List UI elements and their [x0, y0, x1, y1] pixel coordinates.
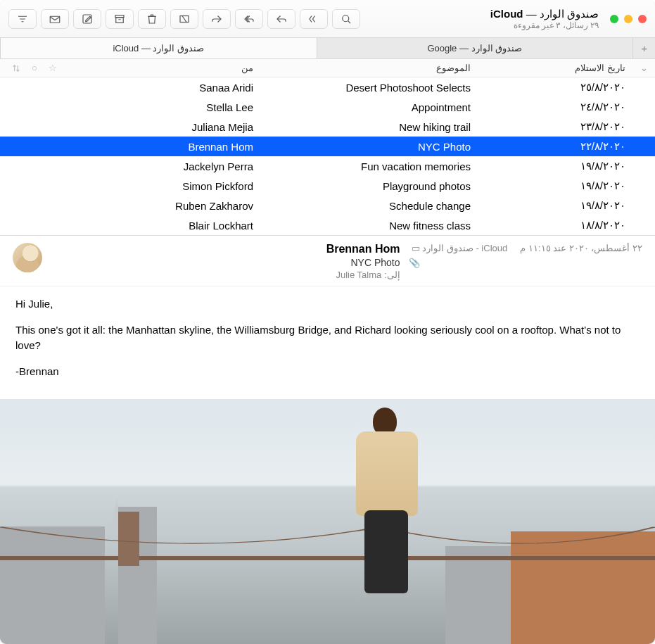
window-subtitle: ٢٩ رسائل، ٣ غير مقروءة [490, 20, 599, 30]
attachment-icon[interactable]: 📎 [409, 258, 420, 268]
column-headers: ○ ☆ من الموضوع تاريخ الاستلام ⌄ [0, 59, 655, 77]
chevron-down-icon[interactable]: ⌄ [631, 63, 648, 73]
table-row[interactable]: Simon PickfordPlayground photos١٩/٨/٢٠٢٠ [0, 176, 655, 196]
toolbar [8, 9, 490, 29]
row-from: Stella Lee [62, 101, 259, 113]
table-row[interactable]: Sanaa AridiDesert Photoshoot Selects٢٥/٨… [0, 77, 655, 97]
message-body: Hi Julie, This one's got it all: the Man… [0, 286, 655, 399]
row-date: ٢٣/٨/٢٠٢٠ [476, 120, 631, 133]
titlebar: صندوق الوارد — iCloud ٢٩ رسائل، ٣ غير مق… [0, 0, 655, 38]
window-controls [610, 15, 647, 23]
message-subject: NYC Photo [51, 257, 400, 268]
row-date: ١٩/٨/٢٠٢٠ [476, 160, 631, 172]
body-line: This one's got it all: the Manhattan sky… [15, 322, 640, 354]
attachment-image[interactable] [0, 399, 655, 644]
compose-icon[interactable] [73, 9, 101, 29]
minimize-window-button[interactable] [624, 15, 632, 23]
row-from: Ruben Zakharov [62, 200, 259, 212]
recipient-name[interactable]: Julie Talma [336, 270, 382, 280]
tab-icloud[interactable]: صندوق الوارد — iCloud [0, 38, 317, 58]
row-subject: NYC Photo [259, 141, 476, 153]
row-date: ٢٥/٨/٢٠٢٠ [476, 81, 631, 94]
forward-icon[interactable] [203, 9, 231, 29]
archive-icon[interactable] [106, 9, 134, 29]
body-line: -Brennan [15, 364, 640, 380]
row-subject: Desert Photoshoot Selects [259, 82, 476, 94]
new-message-icon[interactable] [41, 9, 69, 29]
trash-icon[interactable] [138, 9, 166, 29]
row-from: Juliana Mejia [62, 121, 259, 133]
mailbox-name: صندوق الوارد - iCloud [422, 243, 507, 253]
row-subject: New fitness class [259, 220, 476, 232]
svg-line-9 [182, 15, 186, 22]
row-from: Blair Lockhart [62, 220, 259, 232]
row-from: Sanaa Aridi [62, 82, 259, 94]
sort-icon[interactable] [7, 63, 25, 73]
column-subject[interactable]: الموضوع [259, 63, 476, 73]
avatar[interactable] [13, 243, 42, 272]
row-date: ١٩/٨/٢٠٢٠ [476, 199, 631, 212]
reply-all-icon[interactable] [235, 9, 263, 29]
search-icon[interactable] [332, 9, 360, 29]
row-date: ١٩/٨/٢٠٢٠ [476, 179, 631, 192]
title-prefix: صندوق الوارد [540, 8, 599, 20]
row-subject: Fun vacation memories [259, 160, 476, 172]
row-subject: Appointment [259, 101, 476, 113]
svg-rect-6 [116, 17, 124, 23]
row-date: ١٨/٨/٢٠٢٠ [476, 219, 631, 232]
row-subject: Schedule change [259, 200, 476, 212]
table-row[interactable]: Blair LockhartNew fitness class١٨/٨/٢٠٢٠ [0, 215, 655, 235]
reply-icon[interactable] [267, 9, 295, 29]
flag-header-icon[interactable]: ☆ [44, 63, 62, 73]
row-subject: Playground photos [259, 180, 476, 192]
svg-line-11 [348, 20, 350, 23]
sidebar-toggle-icon[interactable] [300, 9, 328, 29]
row-from: Jackelyn Perra [62, 160, 259, 172]
title-account: iCloud [490, 8, 523, 20]
close-window-button[interactable] [638, 15, 647, 23]
table-row[interactable]: Ruben ZakharovSchedule change١٩/٨/٢٠٢٠ [0, 196, 655, 215]
sender-name[interactable]: Brennan Hom [51, 243, 400, 255]
recipient-line: إلى: Julie Talma [51, 270, 400, 280]
table-row[interactable]: Jackelyn PerraFun vacation memories١٩/٨/… [0, 156, 655, 176]
column-from[interactable]: من [62, 63, 259, 73]
tab-google[interactable]: صندوق الوارد — Google [317, 38, 633, 58]
junk-icon[interactable] [170, 9, 198, 29]
row-from: Simon Pickford [62, 180, 259, 192]
svg-point-10 [343, 15, 349, 21]
row-date: ٢٤/٨/٢٠٢٠ [476, 101, 631, 113]
row-date: ٢٢/٨/٢٠٢٠ [476, 140, 631, 153]
column-date[interactable]: تاريخ الاستلام [476, 63, 631, 73]
mailbox-icon: ▭ [412, 243, 420, 253]
unread-indicator-icon[interactable]: ○ [25, 63, 44, 73]
row-subject: New hiking trail [259, 121, 476, 133]
preview-pane: Brennan Hom NYC Photo إلى: Julie Talma ▭… [0, 235, 655, 644]
filter-icon[interactable] [8, 9, 37, 29]
message-timestamp: ٢٢ أغسطس، ٢٠٢٠ عند ١١:١٥ م [520, 243, 642, 253]
svg-rect-3 [50, 16, 60, 23]
tab-bar: صندوق الوارد — iCloud صندوق الوارد — Goo… [0, 38, 655, 59]
message-meta: ▭ صندوق الوارد - iCloud ٢٢ أغسطس، ٢٠٢٠ ع… [409, 243, 642, 280]
body-line: Hi Julie, [15, 296, 640, 312]
mail-window: صندوق الوارد — iCloud ٢٩ رسائل، ٣ غير مق… [0, 0, 655, 644]
zoom-window-button[interactable] [610, 15, 618, 23]
window-title: صندوق الوارد — iCloud ٢٩ رسائل، ٣ غير مق… [490, 8, 599, 30]
message-header: Brennan Hom NYC Photo إلى: Julie Talma ▭… [0, 236, 655, 286]
row-from: Brennan Hom [62, 141, 259, 153]
table-row[interactable]: Juliana MejiaNew hiking trail٢٣/٨/٢٠٢٠ [0, 117, 655, 137]
table-row[interactable]: Brennan HomNYC Photo٢٢/٨/٢٠٢٠ [0, 137, 655, 156]
message-list: Sanaa AridiDesert Photoshoot Selects٢٥/٨… [0, 77, 655, 235]
table-row[interactable]: Stella LeeAppointment٢٤/٨/٢٠٢٠ [0, 97, 655, 117]
new-tab-button[interactable]: + [632, 38, 655, 58]
